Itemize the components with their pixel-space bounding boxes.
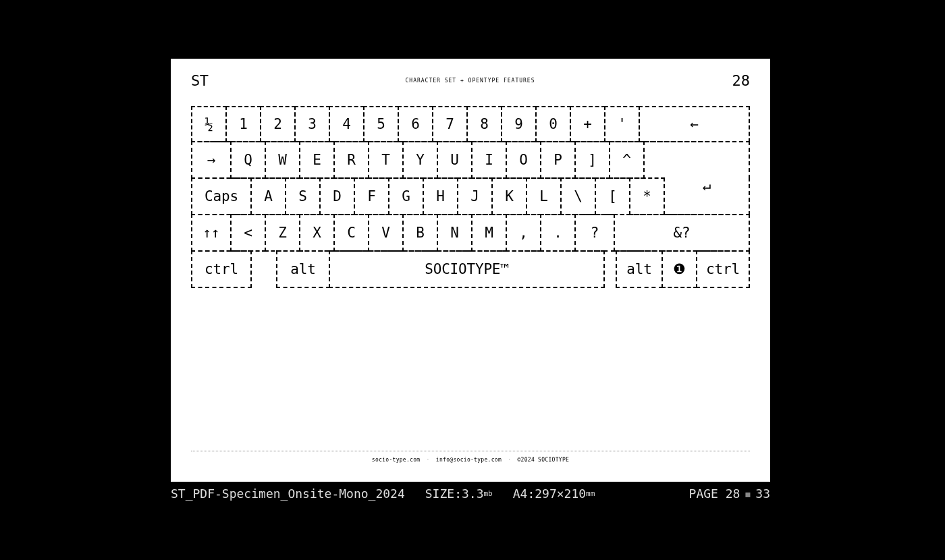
key-ctrl-left: ctrl xyxy=(191,250,252,288)
page-indicator: PAGE 28▪33 xyxy=(689,486,770,501)
key-9: 9 xyxy=(501,106,537,142)
page-label: PAGE xyxy=(689,486,726,501)
key-1: 1 xyxy=(225,106,261,142)
key-ampquestion: &? xyxy=(614,214,750,252)
key-caret: ^ xyxy=(609,141,645,179)
keyboard-ascii-art: ½ 1 2 3 4 5 6 7 8 9 0 + ' ← → Q W E R T … xyxy=(191,106,750,288)
key-caps: Caps xyxy=(191,177,252,215)
key-3: 3 xyxy=(294,106,330,142)
footer-copyright: ©2024 SOCIOTYPE xyxy=(517,457,569,463)
key-question: ? xyxy=(574,214,615,252)
key-comma: , xyxy=(506,214,541,252)
key-0: 0 xyxy=(535,106,571,142)
page-title: CHARACTER SET + OPENTYPE FEATURES xyxy=(209,78,732,84)
key-apostrophe: ' xyxy=(604,106,640,142)
page-total: 33 xyxy=(755,486,770,501)
key-row-4: ↑↑ < Z X C V B N M , . ? &? xyxy=(191,215,750,252)
key-row-5: ctrl alt SOCIOTYPE™ alt ❶ ctrl xyxy=(191,252,750,288)
key-5: 5 xyxy=(363,106,399,142)
key-plus: + xyxy=(570,106,605,142)
key-period: . xyxy=(540,214,576,252)
key-asterisk: * xyxy=(629,177,665,215)
separator-dot: · xyxy=(427,457,430,463)
key-w: W xyxy=(265,141,300,179)
key-h: H xyxy=(423,177,458,215)
paper-unit: mm xyxy=(586,489,595,498)
key-2: 2 xyxy=(260,106,296,142)
key-half: ½ xyxy=(191,106,227,142)
key-alt-right: alt xyxy=(616,250,663,288)
key-s: S xyxy=(285,177,321,215)
key-m: M xyxy=(471,214,507,252)
key-4: 4 xyxy=(329,106,364,142)
key-backslash: \ xyxy=(560,177,596,215)
key-row-1: ½ 1 2 3 4 5 6 7 8 9 0 + ' ← xyxy=(191,106,750,142)
status-bar: ST_PDF-Specimen_Onsite-Mono_2024 SIZE:3.… xyxy=(171,486,770,501)
key-enter-bottom: ↵ xyxy=(664,177,750,215)
size-unit: mb xyxy=(483,489,492,498)
key-spacebar: SOCIOTYPE™ xyxy=(329,250,605,288)
paper-label: A4: xyxy=(513,486,535,501)
footer-email: info@socio-type.com xyxy=(436,457,502,463)
page-header: ST CHARACTER SET + OPENTYPE FEATURES 28 xyxy=(191,72,750,89)
key-x: X xyxy=(299,214,335,252)
size-label: SIZE: xyxy=(425,486,462,501)
key-row-2: → Q W E R T Y U I O P ] ^ xyxy=(191,142,750,179)
key-f: F xyxy=(354,177,389,215)
key-ctrl-right: ctrl xyxy=(696,250,750,288)
key-8: 8 xyxy=(466,106,502,142)
key-enter-top xyxy=(643,141,750,179)
key-v: V xyxy=(368,214,404,252)
key-tab: → xyxy=(191,141,232,179)
key-c: C xyxy=(333,214,369,252)
key-menu: ❶ xyxy=(662,250,697,288)
key-r: R xyxy=(333,141,369,179)
key-g: G xyxy=(388,177,424,215)
logo: ST xyxy=(191,72,209,89)
key-backspace: ← xyxy=(639,106,750,142)
key-7: 7 xyxy=(432,106,468,142)
key-lt: < xyxy=(230,214,266,252)
key-lbracket: [ xyxy=(595,177,630,215)
key-n: N xyxy=(437,214,473,252)
key-e: E xyxy=(299,141,335,179)
footer-url: socio-type.com xyxy=(372,457,421,463)
page-footer: socio-type.com · info@socio-type.com · ©… xyxy=(191,451,750,463)
filename: ST_PDF-Specimen_Onsite-Mono_2024 xyxy=(171,486,405,501)
key-t: T xyxy=(368,141,404,179)
key-p: P xyxy=(540,141,576,179)
key-z: Z xyxy=(265,214,300,252)
key-l: L xyxy=(526,177,562,215)
key-row-3: Caps A S D F G H J K L \ [ * ↵ xyxy=(191,179,750,215)
key-blank xyxy=(250,250,277,288)
page-number: 28 xyxy=(732,72,751,89)
key-a: A xyxy=(250,177,286,215)
key-shift: ↑↑ xyxy=(191,214,232,252)
size-value: 3.3 xyxy=(462,486,484,501)
key-y: Y xyxy=(402,141,438,179)
bullet-icon: ▪ xyxy=(744,486,751,501)
key-gap xyxy=(603,250,617,288)
page-current: 28 xyxy=(726,486,740,501)
key-j: J xyxy=(457,177,493,215)
key-q: Q xyxy=(230,141,266,179)
separator-dot: · xyxy=(508,457,511,463)
specimen-page: ST CHARACTER SET + OPENTYPE FEATURES 28 … xyxy=(171,59,770,482)
key-alt-left: alt xyxy=(276,250,330,288)
key-bracket: ] xyxy=(574,141,610,179)
key-d: D xyxy=(319,177,355,215)
key-o: O xyxy=(506,141,541,179)
key-u: U xyxy=(437,141,473,179)
paper-value: 297×210 xyxy=(535,486,586,501)
key-k: K xyxy=(491,177,527,215)
key-6: 6 xyxy=(398,106,433,142)
key-b: B xyxy=(402,214,438,252)
key-i: I xyxy=(471,141,507,179)
